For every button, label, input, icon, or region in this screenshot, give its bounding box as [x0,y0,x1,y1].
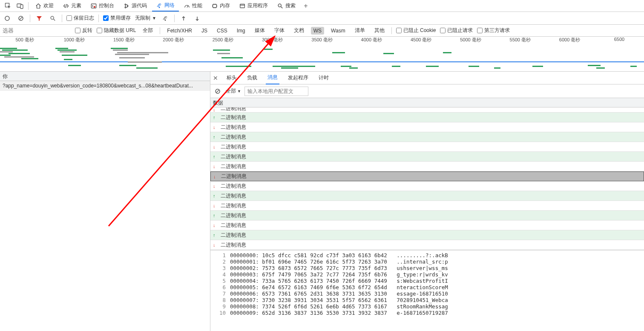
invert-checkbox[interactable]: 反转 [75,27,92,34]
search-button[interactable] [48,14,58,23]
filter-toggle-icon[interactable] [34,14,44,23]
message-label: 二进制消息 [221,173,247,180]
type-media[interactable]: 媒体 [252,26,267,35]
payload-tab[interactable]: 负载 [245,72,259,84]
arrow-down-icon: ↓ [213,174,218,179]
message-row[interactable]: ↓二进制消息 [210,221,644,230]
hex-line: 200000001: bf01 696e 7465 726e 616c 5f73… [214,258,641,265]
network-toolbar: 保留日志 禁用缓存 无限制▼ [0,12,644,25]
message-row[interactable]: ↓二进制消息 [210,107,644,113]
tab-performance[interactable]: 性能 [180,0,207,11]
message-row[interactable]: ↑二进制消息 [210,152,644,162]
clear-button[interactable] [16,14,26,23]
message-label: 二进制消息 [221,241,246,249]
timing-tab[interactable]: 计时 [317,72,331,84]
type-css[interactable]: CSS [214,27,230,35]
arrow-up-icon: ↑ [213,154,218,159]
message-row[interactable]: ↓二进制消息 [210,181,644,191]
type-other[interactable]: 其他 [372,26,387,35]
type-manifest[interactable]: 清单 [352,26,368,35]
record-button[interactable] [3,14,12,23]
initiator-tab[interactable]: 发起程序 [286,72,310,84]
type-doc[interactable]: 文档 [291,26,307,35]
blocked-requests-checkbox[interactable]: 已阻止请求 [440,27,473,34]
message-row[interactable]: ↑二进制消息 [210,191,644,201]
message-row[interactable]: ↓二进制消息 [210,201,644,211]
type-font[interactable]: 字体 [272,26,287,35]
hide-data-urls-label: 隐藏数据 URL [104,27,136,34]
tab-memory[interactable]: 内存 [207,0,234,11]
network-conditions-icon[interactable] [161,14,170,23]
message-row[interactable]: ↓二进制消息 [210,122,644,132]
message-label: 二进制消息 [221,222,246,229]
message-label: 二进制消息 [221,183,246,190]
preserve-log-checkbox[interactable]: 保留日志 [66,15,94,22]
message-row[interactable]: ↓二进制消息 [210,240,644,250]
request-row[interactable]: ?app_name=douyin_web&version_code=180800… [0,81,210,91]
message-row[interactable]: ↓二进制消息 [210,142,644,152]
type-ws[interactable]: WS [311,27,324,35]
message-row[interactable]: ↑二进制消息 [210,132,644,142]
filter-input[interactable] [3,27,71,34]
type-fetchxhr[interactable]: Fetch/XHR [164,27,195,35]
clear-messages-button[interactable] [213,88,222,94]
tab-welcome[interactable]: 欢迎 [31,0,58,11]
search-icon [277,3,283,9]
third-party-checkbox[interactable]: 第三方请求 [477,27,510,34]
divider [98,15,99,22]
hex-line: 800000007: 3730 3238 3931 3034 3531 5f57… [214,297,641,303]
hex-line: 400000003: 675f 7479 7065 3a72 7c77 7264… [214,271,641,278]
arrow-down-icon: ↓ [213,164,218,169]
more-tabs-button[interactable]: + [301,2,311,10]
messages-tab[interactable]: 消息 [266,71,279,84]
network-main: 你 ?app_name=douyin_web&version_code=1808… [0,72,644,331]
blocked-cookies-checkbox[interactable]: 已阻止 Cookie [396,27,436,34]
svg-rect-9 [240,4,245,8]
throttling-select[interactable]: 无限制▼ [135,15,156,22]
message-row[interactable]: ↑二进制消息 [210,211,644,221]
tab-sources[interactable]: 源代码 [119,0,151,11]
arrow-up-icon: ↑ [213,213,218,218]
message-type-select[interactable]: 全部▼ [226,87,241,95]
hex-line: 1000000009: 652d 3136 3837 3136 3530 373… [214,310,641,316]
tab-elements[interactable]: 元素 [59,0,86,11]
hex-line: 900000008: 7374 526f 6f6d 5261 6e6b 4d65… [214,303,641,310]
svg-point-13 [51,16,54,19]
home-icon [35,3,41,9]
type-img[interactable]: Img [234,27,248,35]
tab-label: 源代码 [132,2,147,9]
message-row[interactable]: ↑二进制消息 [210,113,644,122]
message-row[interactable]: ↓二进制消息 [210,171,644,181]
network-timeline[interactable]: 500 毫秒1000 毫秒1500 毫秒2000 毫秒2500 毫秒3000 毫… [0,37,644,72]
arrow-down-icon: ↓ [213,203,218,208]
tab-application[interactable]: 应用程序 [235,0,272,11]
import-har-icon[interactable] [179,14,188,23]
type-all[interactable]: 全部 [140,26,155,35]
message-row[interactable]: ↓二进制消息 [210,162,644,171]
export-har-icon[interactable] [193,14,202,23]
type-js[interactable]: JS [199,27,210,35]
tab-console[interactable]: 控制台 [86,0,118,11]
inspect-icon[interactable] [3,1,14,11]
arrow-up-icon: ↑ [213,193,218,198]
hide-data-urls-checkbox[interactable]: 隐藏数据 URL [97,27,136,34]
tab-network[interactable]: 网络 [152,0,179,12]
device-toggle-icon[interactable] [14,1,26,11]
message-label: 二进制消息 [221,124,246,131]
performance-icon [184,3,190,9]
divider [30,15,30,22]
message-filter-input[interactable] [244,87,308,96]
disable-cache-checkbox[interactable]: 禁用缓存 [103,15,131,22]
tab-search[interactable]: 搜索 [273,0,300,11]
message-label: 二进制消息 [221,143,246,151]
close-detail-button[interactable]: ✕ [213,75,218,81]
arrow-down-icon: ↓ [213,223,218,228]
timeline-ruler: 500 毫秒1000 毫秒1500 毫秒2000 毫秒2500 毫秒3000 毫… [0,37,644,44]
message-label: 二进制消息 [221,114,246,121]
name-column-header[interactable]: 你 [0,72,210,81]
headers-tab[interactable]: 标头 [225,72,239,84]
hex-line: 500000004: 733a 5765 6263 6173 7450 726f… [214,278,641,284]
type-wasm[interactable]: Wasm [328,27,348,35]
message-row[interactable]: ↑二进制消息 [210,230,644,240]
data-column-header[interactable]: 数据 [210,98,644,107]
